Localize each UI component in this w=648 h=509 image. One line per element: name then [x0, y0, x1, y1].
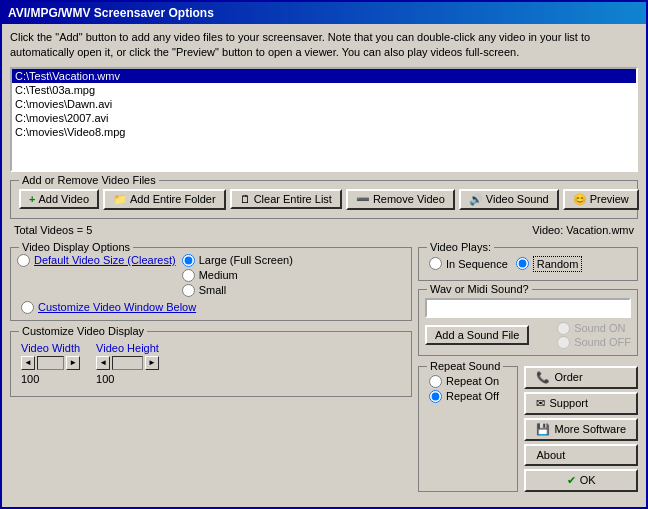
- random-radio[interactable]: Random: [516, 256, 583, 272]
- sound-on-radio[interactable]: Sound ON: [557, 322, 631, 335]
- speaker-icon: 🔊: [469, 193, 483, 206]
- description-text: Click the "Add" button to add any video …: [10, 30, 638, 61]
- video-sound-button[interactable]: 🔊 Video Sound: [459, 189, 559, 210]
- ok-button[interactable]: ✔ OK: [524, 469, 638, 492]
- wav-file-input[interactable]: [425, 298, 631, 318]
- sound-off-radio[interactable]: Sound OFF: [557, 336, 631, 349]
- preview-button[interactable]: 😊 Preview: [563, 189, 639, 210]
- random-label: Random: [533, 256, 583, 272]
- folder-icon: 📁: [113, 193, 127, 206]
- main-window: AVI/MPG/WMV Screensaver Options Click th…: [0, 0, 648, 509]
- list-item[interactable]: C:\movies\Video8.mpg: [12, 125, 636, 139]
- remove-icon: ➖: [356, 193, 370, 206]
- customize-link[interactable]: Customize Video Window Below: [38, 301, 196, 313]
- height-label: Video Height: [96, 342, 159, 354]
- add-folder-button[interactable]: 📁 Add Entire Folder: [103, 189, 226, 210]
- remove-video-button[interactable]: ➖ Remove Video: [346, 189, 455, 210]
- add-remove-section: Add or Remove Video Files + Add Video 📁 …: [10, 180, 638, 219]
- sound-off-label: Sound OFF: [574, 336, 631, 348]
- large-label: Large (Full Screen): [199, 254, 293, 266]
- default-size-radio[interactable]: Default Video Size (Clearest): [17, 254, 176, 267]
- medium-radio[interactable]: Medium: [182, 269, 293, 282]
- in-sequence-label: In Sequence: [446, 258, 508, 270]
- customize-radio[interactable]: Customize Video Window Below: [21, 301, 405, 314]
- small-radio[interactable]: Small: [182, 284, 293, 297]
- wav-label: Wav or Midi Sound?: [427, 283, 532, 295]
- large-radio[interactable]: Large (Full Screen): [182, 254, 293, 267]
- sound-on-label: Sound ON: [574, 322, 625, 334]
- support-button[interactable]: ✉ Support: [524, 392, 638, 415]
- clear-icon: 🗒: [240, 193, 251, 205]
- list-item[interactable]: C:\Test\Vacation.wmv: [12, 69, 636, 83]
- repeat-label: Repeat Sound: [427, 360, 503, 372]
- status-row: Total Videos = 5 Video: Vacation.wmv: [10, 223, 638, 237]
- list-item[interactable]: C:\Test\03a.mpg: [12, 83, 636, 97]
- file-list[interactable]: C:\Test\Vacation.wmv C:\Test\03a.mpg C:\…: [10, 67, 638, 172]
- customize-display-label: Customize Video Display: [19, 325, 147, 337]
- width-value: 100: [21, 372, 80, 386]
- default-size-label[interactable]: Default Video Size (Clearest): [34, 254, 176, 266]
- width-decrease-button[interactable]: ◄: [21, 356, 35, 370]
- list-item[interactable]: C:\movies\Dawn.avi: [12, 97, 636, 111]
- width-label: Video Width: [21, 342, 80, 354]
- width-increase-button[interactable]: ►: [66, 356, 80, 370]
- about-button[interactable]: About: [524, 444, 638, 466]
- video-plays-section: Video Plays: In Sequence Random: [418, 247, 638, 281]
- repeat-on-label: Repeat On: [446, 375, 499, 387]
- support-icon: ✉: [536, 397, 545, 410]
- order-icon: 📞: [536, 371, 550, 384]
- clear-list-button[interactable]: 🗒 Clear Entire List: [230, 189, 342, 209]
- in-sequence-radio[interactable]: In Sequence: [429, 257, 508, 270]
- window-title: AVI/MPG/WMV Screensaver Options: [8, 6, 214, 20]
- add-remove-label: Add or Remove Video Files: [19, 174, 159, 186]
- total-videos-label: Total Videos = 5: [14, 224, 92, 236]
- repeat-on-radio[interactable]: Repeat On: [429, 375, 507, 388]
- height-decrease-button[interactable]: ◄: [96, 356, 110, 370]
- medium-label: Medium: [199, 269, 238, 281]
- wav-section: Wav or Midi Sound? Add a Sound File Soun…: [418, 289, 638, 356]
- more-software-button[interactable]: 💾 More Software: [524, 418, 638, 441]
- video-display-section: Video Display Options Default Video Size…: [10, 247, 412, 321]
- add-video-button[interactable]: + Add Video: [19, 189, 99, 209]
- order-button[interactable]: 📞 Order: [524, 366, 638, 389]
- title-bar: AVI/MPG/WMV Screensaver Options: [2, 2, 646, 24]
- height-value: 100: [96, 372, 159, 386]
- more-software-icon: 💾: [536, 423, 550, 436]
- video-name-label: Video: Vacation.wmv: [532, 224, 634, 236]
- repeat-section: Repeat Sound Repeat On Repeat Off: [418, 366, 518, 492]
- video-plays-label: Video Plays:: [427, 241, 494, 253]
- customize-display-section: Customize Video Display Video Width ◄ ► …: [10, 331, 412, 397]
- add-sound-button[interactable]: Add a Sound File: [425, 325, 529, 345]
- plus-icon: +: [29, 193, 35, 205]
- small-label: Small: [199, 284, 227, 296]
- repeat-off-label: Repeat Off: [446, 390, 499, 402]
- side-buttons-panel: 📞 Order ✉ Support 💾 More Software Ab: [524, 366, 638, 492]
- list-item[interactable]: C:\movies\2007.avi: [12, 111, 636, 125]
- height-increase-button[interactable]: ►: [145, 356, 159, 370]
- video-display-label: Video Display Options: [19, 241, 133, 253]
- ok-check-icon: ✔: [567, 474, 576, 487]
- repeat-off-radio[interactable]: Repeat Off: [429, 390, 507, 403]
- preview-icon: 😊: [573, 193, 587, 206]
